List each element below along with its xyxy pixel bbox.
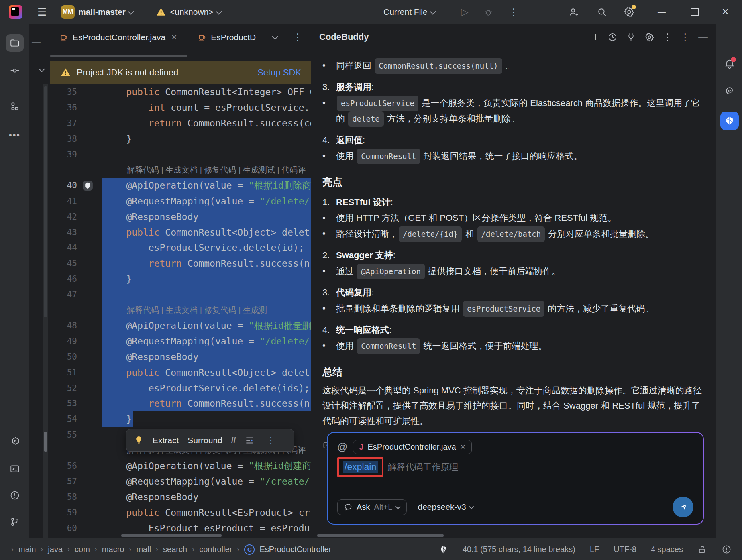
run-mode-select[interactable]: Current File [383, 0, 436, 24]
ask-mode-select[interactable]: Ask Alt+L [337, 499, 407, 515]
code-text[interactable]: public CommonResult<EsProduct> cr [102, 505, 311, 521]
code-line-40[interactable]: 40 @ApiOperation(value = "根据id删除商 [50, 178, 311, 193]
code-text[interactable]: esProductService.delete(id); [102, 240, 311, 256]
code-text[interactable]: 解释代码 | 生成文档 | 修复代码 | 生成测 [102, 302, 311, 318]
breadcrumb-class[interactable]: EsProductController [259, 545, 331, 554]
code-line-37[interactable]: 37 return CommonResult.success(co [50, 116, 311, 131]
breadcrumb-item-com[interactable]: com [75, 545, 90, 554]
comment-icon[interactable]: // [231, 436, 236, 445]
code-text[interactable] [102, 287, 311, 302]
code-line-38[interactable]: 38 } [50, 131, 311, 147]
code-text[interactable]: @RequestMapping(value = "/create/ [102, 474, 311, 489]
code-text[interactable]: @ApiOperation(value = "根据id创建商 [102, 458, 311, 474]
code-text[interactable]: public CommonResult<Object> delet [102, 365, 311, 380]
chat-hscrollbar-thumb[interactable] [317, 534, 444, 537]
code-text[interactable]: @ResponseBody [102, 349, 311, 365]
code-line-42[interactable]: 42 @ResponseBody [50, 209, 311, 224]
project-widget[interactable]: MM mall-master [61, 0, 134, 24]
context-file-chip[interactable]: J EsProductController.java ✕ [353, 440, 471, 454]
sidebar-item-commit[interactable] [6, 62, 24, 79]
new-chat-icon[interactable]: + [592, 31, 599, 43]
code-line-48[interactable]: 48 @ApiOperation(value = "根据id批量删 [50, 318, 311, 334]
breadcrumb-item-controller[interactable]: controller [199, 545, 232, 554]
unlock-icon[interactable] [697, 545, 707, 554]
setup-sdk-link[interactable]: Setup SDK [257, 67, 301, 78]
code-line-52[interactable]: 52 esProductService.delete(ids); [50, 380, 311, 396]
indent-setting[interactable]: 4 spaces [651, 545, 683, 554]
app-logo-icon[interactable] [9, 0, 22, 24]
breadcrumb-item-search[interactable]: search [163, 545, 187, 554]
code-line-57[interactable]: 57 @RequestMapping(value = "/create/ [50, 474, 311, 489]
sidebar-item-more[interactable]: ••• [6, 126, 24, 144]
code-lens-actions[interactable]: 解释代码 | 生成文档 | 修复代码 | 生成测 [104, 305, 267, 316]
code-line-56[interactable]: 56 @ApiOperation(value = "根据id创建商 [50, 458, 311, 474]
code-text[interactable]: @ResponseBody [102, 209, 311, 224]
code-line-49[interactable]: 49 @RequestMapping(value = "/delete/ [50, 334, 311, 349]
sidebar-item-run[interactable] [6, 433, 24, 450]
toolbar-more-icon[interactable]: ⋮ [266, 435, 275, 446]
line-separator[interactable]: LF [590, 545, 599, 554]
send-button[interactable] [673, 497, 693, 517]
extract-button[interactable]: Extract [153, 436, 179, 445]
code-line-43[interactable]: 43 public CommonResult<Object> delet [50, 224, 311, 240]
inline-code-actions[interactable]: 解释代码 | 生成文档 | 修复代码 | 生成测 [50, 302, 311, 318]
tabs-dropdown-button[interactable] [273, 24, 278, 50]
model-select[interactable]: deepseek-v3 [418, 502, 474, 512]
run-config-widget[interactable]: <unknown> [156, 0, 222, 24]
main-menu-button[interactable]: ☰ [37, 0, 47, 24]
code-line-46[interactable]: 46 } [50, 271, 311, 287]
code-text[interactable]: public CommonResult<Integer> OFF C [102, 84, 311, 100]
code-line-53[interactable]: 53 return CommonResult.success(n [50, 396, 311, 411]
code-line-35[interactable]: 35 public CommonResult<Integer> OFF C [50, 84, 311, 100]
mention-icon[interactable]: @ [337, 441, 347, 453]
sidebar-item-project[interactable] [6, 34, 24, 52]
code-text[interactable]: 解释代码 | 生成文档 | 修复代码 | 生成测试 | 代码评 [102, 162, 311, 178]
tab-options-button[interactable]: ⋮ [293, 24, 302, 50]
breadcrumb-item-main[interactable]: main [18, 545, 36, 554]
code-line-39[interactable]: 39 [50, 147, 311, 162]
chat-more-icon[interactable]: ⋮ [663, 32, 672, 43]
codebuddy-lens-icon[interactable] [82, 180, 93, 191]
code-line-44[interactable]: 44 esProductService.delete(id); [50, 240, 311, 256]
gear-icon[interactable] [644, 32, 654, 42]
code-text[interactable]: return CommonResult.success(n [102, 256, 311, 271]
minimize-button[interactable]: — [658, 0, 666, 24]
code-line-41[interactable]: 41 @RequestMapping(value = "/delete/ [50, 193, 311, 209]
tab-close-icon[interactable]: ✕ [171, 33, 177, 42]
code-with-me-button[interactable] [568, 0, 579, 24]
hide-panel-icon[interactable]: — [698, 31, 708, 43]
search-everywhere-button[interactable] [597, 0, 607, 24]
notifications-button[interactable] [724, 58, 735, 69]
code-line-50[interactable]: 50 @ResponseBody [50, 349, 311, 365]
code-line-45[interactable]: 45 return CommonResult.success(n [50, 256, 311, 271]
code-text[interactable]: return CommonResult.success(n [102, 396, 311, 411]
code-text[interactable]: } [102, 271, 311, 287]
code-line-58[interactable]: 58 @ResponseBody [50, 489, 311, 505]
debug-button[interactable] [483, 0, 493, 24]
code-lens-actions[interactable]: 解释代码 | 生成文档 | 修复代码 | 生成测试 | 代码评 [104, 165, 306, 175]
history-icon[interactable] [607, 32, 618, 42]
scrollbar-thumb[interactable] [44, 86, 47, 317]
code-text[interactable] [102, 147, 311, 162]
titlebar-more-button[interactable]: ⋮ [509, 0, 518, 24]
code-text[interactable]: } [102, 411, 311, 427]
chevron-down-icon[interactable] [39, 66, 45, 72]
code-text[interactable]: @RequestMapping(value = "/delete/ [102, 193, 311, 209]
tab-esproductcontroller[interactable]: EsProductController.java ✕ [50, 24, 183, 50]
maximize-button[interactable] [691, 0, 699, 24]
panel-options-icon[interactable]: ⋮ [681, 32, 690, 43]
sidebar-item-terminal[interactable] [6, 460, 24, 478]
close-button[interactable]: ✕ [722, 0, 729, 24]
reformat-icon[interactable] [245, 435, 255, 446]
remove-context-icon[interactable]: ✕ [460, 443, 466, 451]
code-line-47[interactable]: 47 [50, 287, 311, 302]
code-text[interactable]: esProductService.delete(ids); [102, 380, 311, 396]
codebuddy-app-button[interactable] [720, 112, 739, 130]
editor-hscrollbar-thumb[interactable] [121, 534, 222, 537]
code-text[interactable]: @RequestMapping(value = "/delete/ [102, 334, 311, 349]
lightbulb-icon[interactable] [134, 435, 144, 445]
explain-command-token[interactable]: /explain [343, 461, 378, 473]
input-placeholder[interactable]: 解释代码工作原理 [387, 461, 458, 473]
tab-esproductd[interactable]: EsProductD [192, 24, 261, 50]
code-line-36[interactable]: 36 int count = esProductService. [50, 100, 311, 116]
